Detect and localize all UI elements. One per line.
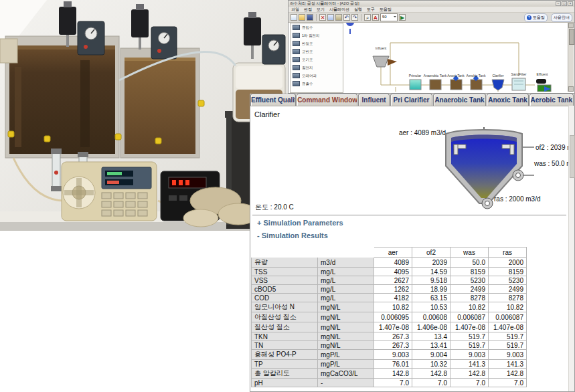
palette-item-mixer[interactable]: 교반조 [291, 47, 343, 56]
row-unit: mgN/L [318, 312, 374, 322]
unit-palette: 유입수 1차 침전지 반응조 교반조 포기조 침전지 모래여과 유출수 [290, 23, 343, 93]
tab-aerobic-tank[interactable]: Aerobic Tank [529, 94, 574, 106]
flowsheet-canvas[interactable]: Influent Primclar Anaerobic Tank AnoxicT… [343, 23, 570, 92]
row-label: COD [252, 294, 318, 302]
row-unit: m3/d [318, 258, 374, 268]
menu-simulation[interactable]: 시뮬레이션 [329, 7, 349, 12]
scroll-down-arrow[interactable] [568, 86, 574, 92]
scroll-up-arrow[interactable] [568, 23, 574, 28]
guide-button[interactable]: 사용안내 [551, 13, 572, 22]
cell: 10.32 [412, 360, 450, 369]
row-label: cBOD5 [252, 285, 318, 294]
unit-label-sandfilter: SandFilter [511, 73, 527, 76]
panel-vertical-scrollbar[interactable] [568, 106, 574, 391]
zoom-select[interactable]: 50 [380, 13, 398, 21]
unit-icon [293, 49, 300, 54]
open-icon[interactable] [299, 14, 305, 21]
zoom-icon[interactable]: ⌕ [364, 14, 371, 21]
palette-item-reactor[interactable]: 반응조 [291, 39, 343, 47]
minimize-button[interactable]: – [556, 1, 561, 6]
row-label: TSS [252, 268, 318, 276]
cut-icon[interactable]: ✕ [319, 14, 326, 21]
toolbar-separator [316, 14, 317, 21]
palette-item-label: 교반조 [302, 50, 313, 54]
tab-influent[interactable]: Influent [358, 94, 390, 106]
palette-item-clarifier[interactable]: 침전지 [291, 64, 343, 72]
cell: 142.8 [412, 369, 450, 379]
tab-command-window[interactable]: Command Window [297, 94, 357, 106]
cell: 0.006087 [450, 312, 489, 322]
run-icon[interactable]: ▶ [399, 14, 406, 21]
save-icon[interactable] [307, 14, 313, 21]
palette-item-aeration[interactable]: 포기조 [291, 56, 343, 64]
cell: 5230 [450, 276, 489, 285]
toolbar: ✕ ↶ ↷ ⌕ A 50 ▶ ? 도움말 사용안내 [289, 13, 574, 23]
header-spacer [318, 248, 374, 258]
unit-label-influent: Influent [376, 47, 386, 50]
undo-icon[interactable]: ↶ [343, 14, 350, 21]
palette-item-label: 반응조 [302, 41, 313, 46]
influent-unit[interactable] [373, 56, 397, 67]
palette-item-sandfilter[interactable]: 모래여과 [291, 72, 343, 80]
tab-effluent-quality[interactable]: Effluent Quality [250, 94, 296, 106]
anaerobic-tank-unit[interactable] [430, 80, 441, 90]
scrollbar-thumb[interactable] [570, 135, 575, 178]
tab-anoxic-tank[interactable]: Anoxic Tank [487, 94, 528, 106]
menu-tools[interactable]: 도구 [367, 7, 375, 12]
cell: 14.59 [412, 268, 450, 276]
table-row: TP mgP/L 76.01 10.32 141.3 141.3 [252, 360, 527, 369]
maximize-button[interactable]: □ [562, 1, 567, 6]
cell: 9.518 [412, 276, 450, 285]
section-toggle-results[interactable]: - Simulation Results [257, 231, 328, 239]
table-row: TKN mgN/L 267.3 13.4 519.7 519.7 [252, 332, 527, 341]
row-label: 총 알칼리도 [252, 369, 318, 379]
close-button[interactable]: × [568, 1, 573, 6]
cell: 7.0 [489, 379, 527, 387]
redo-icon[interactable]: ↷ [351, 14, 358, 21]
cell: 9.003 [374, 350, 412, 360]
paste-icon[interactable] [335, 14, 342, 21]
menu-edit[interactable]: 편집 [304, 7, 312, 12]
cell: 13.4 [412, 332, 450, 341]
cell: 10.82 [450, 302, 489, 312]
column-header-was: was [450, 248, 489, 258]
tab-anaerobic-tank[interactable]: Anaerobic Tank [433, 94, 486, 106]
ras-flow-label: ras : 2000 m3/d [494, 195, 540, 203]
row-unit: mgN/L [318, 302, 374, 312]
divider [252, 215, 566, 215]
cell: 0.00608 [412, 312, 450, 322]
clarifier-unit[interactable] [492, 80, 504, 90]
tab-pri-clarifier[interactable]: Pri Clarifier [390, 94, 432, 106]
menu-help[interactable]: 도움말 [380, 7, 392, 12]
unit-icon [293, 73, 300, 78]
table-header-row: aer of2 was ras [252, 248, 527, 258]
menu-view[interactable]: 보기 [317, 7, 325, 12]
palette-item-effluent[interactable]: 유출수 [291, 80, 343, 88]
section-toggle-parameters[interactable]: + Simulation Parameters [257, 219, 343, 227]
font-icon[interactable]: A [372, 14, 379, 21]
copy-icon[interactable] [327, 14, 334, 21]
new-icon[interactable] [291, 14, 297, 21]
cell: 8159 [489, 268, 527, 276]
simulation-results-table: aer of2 was ras 유량 m3/d 4089 2039 50.0 2… [251, 247, 527, 387]
cell: 2499 [450, 285, 489, 294]
row-unit: mgN/L [318, 332, 374, 341]
location-pin-icon[interactable] [347, 23, 353, 34]
scrollbar-thumb[interactable] [569, 29, 574, 45]
cell: 4089 [374, 258, 412, 268]
palette-item-primclar[interactable]: 1차 침전지 [291, 31, 343, 39]
tab-bar: Effluent Quality Command Window Influent… [250, 94, 574, 106]
palette-item-influent[interactable]: 유입수 [291, 23, 343, 31]
menu-file[interactable]: 파일 [291, 7, 299, 12]
menu-run[interactable]: 실행 [354, 7, 362, 12]
effluent-unit[interactable] [536, 79, 551, 92]
row-unit: mgN/L [318, 341, 374, 350]
column-header-ras: ras [489, 248, 527, 258]
primclar-unit[interactable] [410, 80, 421, 90]
help-button[interactable]: ? 도움말 [524, 13, 548, 22]
canvas-vertical-scrollbar[interactable] [568, 23, 574, 92]
sandfilter-unit[interactable] [512, 78, 525, 90]
palette-item-label: 유출수 [302, 82, 313, 86]
flowsheet-drawing [343, 23, 570, 92]
cell: 519.7 [489, 341, 527, 350]
